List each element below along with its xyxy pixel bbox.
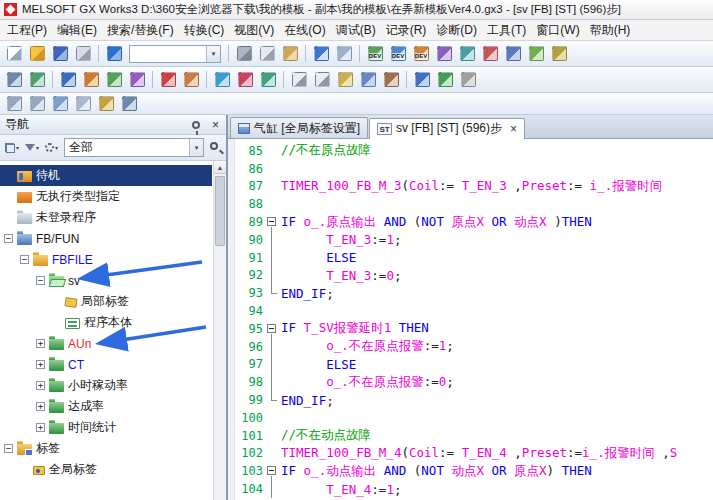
watch-window-button[interactable] — [257, 70, 279, 90]
nav-filter-button[interactable]: ▾ — [23, 138, 41, 158]
comment-display-button[interactable] — [334, 70, 356, 90]
ladder-editor-button[interactable] — [57, 70, 79, 90]
zoom-in-button[interactable] — [311, 70, 333, 90]
note-display-button[interactable] — [380, 70, 402, 90]
collapse-box-icon[interactable] — [267, 466, 276, 475]
online-write-button[interactable] — [411, 70, 433, 90]
fb-editor-button[interactable] — [479, 44, 501, 64]
expand-icon[interactable]: + — [36, 402, 45, 411]
online-read-button[interactable] — [434, 70, 456, 90]
collapse-icon[interactable]: − — [4, 444, 13, 453]
code-line[interactable]: 93END_IF; — [235, 284, 713, 302]
statement-display-button[interactable] — [357, 70, 379, 90]
sfc-editor-button[interactable] — [126, 70, 148, 90]
monitor-stop-button[interactable] — [234, 70, 256, 90]
code-line[interactable]: 99END_IF; — [235, 391, 713, 409]
code-line[interactable]: 95IF T_SV报警延时1 THEN — [235, 320, 713, 338]
close-icon[interactable]: × — [210, 119, 221, 131]
menu-item-recording[interactable]: 记录(R) — [381, 20, 432, 41]
tree-item-fb-fun[interactable]: −FB/FUN — [0, 228, 212, 249]
menu-item-convert[interactable]: 转换(C) — [179, 20, 230, 41]
st-editor[interactable]: 85//不在原点故障8687TIMER_100_FB_M_3(Coil:= T_… — [228, 139, 713, 500]
expand-icon[interactable]: + — [36, 423, 45, 432]
menu-item-diagnostics[interactable]: 诊断(D) — [431, 20, 482, 41]
code-line[interactable]: 89IF o_.原点输出 AND (NOT 原点X OR 动点X )THEN — [235, 213, 713, 231]
paste-button[interactable] — [279, 44, 301, 64]
nav-settings-button[interactable]: ▾ — [43, 138, 60, 158]
undo-button[interactable] — [310, 44, 332, 64]
chevron-down-icon[interactable]: ▾ — [206, 46, 220, 62]
device-list-button[interactable] — [548, 44, 570, 64]
scroll-up-arrow[interactable]: ▲ — [214, 161, 226, 174]
code-line[interactable]: 86 — [235, 160, 713, 178]
st-editor-button[interactable] — [80, 70, 102, 90]
scrollbar-thumb[interactable] — [215, 176, 225, 246]
program-editor-button[interactable] — [456, 44, 478, 64]
menu-item-tool[interactable]: 工具(T) — [482, 20, 531, 41]
tree-item-aun[interactable]: +AUn — [0, 333, 212, 354]
bookmark-button[interactable] — [95, 94, 117, 114]
tree-item-achievement-rate[interactable]: +达成率 — [0, 396, 212, 417]
expand-icon[interactable]: + — [36, 360, 45, 369]
code-line[interactable]: 98 o_.不在原点报警:=0; — [235, 373, 713, 391]
tree-item-local-label[interactable]: 局部标签 — [0, 291, 212, 312]
tree-item-unregistered-program[interactable]: 未登录程序 — [0, 207, 212, 228]
outline-expand-all-button[interactable] — [3, 94, 25, 114]
monitor-start-button[interactable] — [211, 70, 233, 90]
tree-item-global-label[interactable]: 全局标签 — [0, 459, 212, 480]
collapse-box-icon[interactable] — [267, 217, 276, 226]
tree-item-no-exec-type[interactable]: 无执行类型指定 — [0, 186, 212, 207]
code-line[interactable]: 87TIMER_100_FB_M_3(Coil:= T_EN_3 ,Preset… — [235, 178, 713, 196]
code-line[interactable]: 94 — [235, 302, 713, 320]
help-button[interactable] — [103, 44, 125, 64]
label-editor-button[interactable] — [433, 44, 455, 64]
tree-item-sv[interactable]: −sv — [0, 270, 212, 291]
cross-reference-button[interactable] — [525, 44, 547, 64]
menu-item-view[interactable]: 视图(V) — [229, 20, 279, 41]
collapse-icon[interactable]: − — [4, 234, 13, 243]
navigate-back-button[interactable] — [118, 94, 140, 114]
indent-guide-button[interactable] — [72, 94, 94, 114]
parameter-button[interactable] — [3, 70, 25, 90]
tree-item-fbfile[interactable]: −FBFILE — [0, 249, 212, 270]
verify-button[interactable] — [457, 70, 479, 90]
device-initial-value-button[interactable]: DEV — [410, 44, 432, 64]
code-line[interactable]: 101//不在动点故障 — [235, 427, 713, 445]
code-line[interactable]: 100 — [235, 409, 713, 427]
code-line[interactable]: 85//不在原点故障 — [235, 142, 713, 160]
expand-icon[interactable]: + — [36, 381, 45, 390]
menu-item-debug[interactable]: 调试(B) — [331, 20, 381, 41]
menu-item-window[interactable]: 窗口(W) — [531, 20, 584, 41]
menu-item-help[interactable]: 帮助(H) — [585, 20, 636, 41]
tree-item-standby[interactable]: 待机 — [0, 165, 212, 186]
menu-item-edit[interactable]: 编辑(E) — [52, 20, 102, 41]
tree-item-program-body[interactable]: 程序本体 — [0, 312, 212, 333]
quick-find-combo[interactable]: ▾ — [129, 45, 221, 63]
new-project-button[interactable] — [3, 44, 25, 64]
print-button[interactable] — [72, 44, 94, 64]
menu-item-online[interactable]: 在线(O) — [279, 20, 330, 41]
tree-item-ct[interactable]: +CT — [0, 354, 212, 375]
code-line[interactable]: 96 o_.不在原点报警:=1; — [235, 338, 713, 356]
module-configuration-button[interactable] — [26, 70, 48, 90]
menu-item-search-replace[interactable]: 搜索/替换(F) — [102, 20, 179, 41]
tree-item-hour-utilization[interactable]: +小时稼动率 — [0, 375, 212, 396]
structured-data-types-button[interactable] — [502, 44, 524, 64]
code-line[interactable]: 91 ELSE — [235, 249, 713, 267]
cut-button[interactable] — [233, 44, 255, 64]
collapse-box-icon[interactable] — [267, 324, 276, 333]
save-project-button[interactable] — [49, 44, 71, 64]
zoom-out-button[interactable] — [288, 70, 310, 90]
chevron-down-icon[interactable]: ▾ — [189, 139, 203, 156]
device-comment-button[interactable]: DEV — [364, 44, 386, 64]
nav-display-mode-button[interactable]: ▾ — [3, 138, 21, 158]
code-line[interactable]: 90 T_EN_3:=1; — [235, 231, 713, 249]
tree-item-time-statistics[interactable]: +时间统计 — [0, 417, 212, 438]
tab-cylinder-global-label[interactable]: 气缸 [全局标签设置] — [230, 117, 368, 138]
outline-collapse-all-button[interactable] — [26, 94, 48, 114]
code-line[interactable]: 104 T_EN_4:=1; — [235, 480, 713, 498]
code-line[interactable]: 102TIMER_100_FB_M_4(Coil:= T_EN_4 ,Prese… — [235, 445, 713, 463]
copy-button[interactable] — [256, 44, 278, 64]
pin-icon[interactable] — [192, 121, 200, 129]
code-line[interactable]: 92 T_EN_3:=0; — [235, 267, 713, 285]
